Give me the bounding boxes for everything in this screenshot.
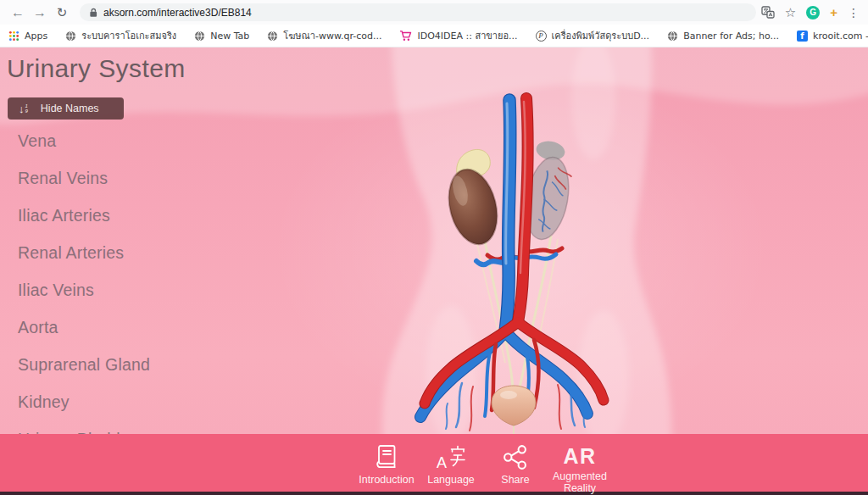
- back-icon[interactable]: ←: [7, 0, 29, 25]
- book-icon: [374, 442, 399, 470]
- bookmark-item[interactable]: ระบบคาราโอเกะสมจริง: [65, 28, 176, 43]
- bookmark-item[interactable]: Banner for Ads; ho...: [667, 31, 779, 42]
- anatomy-label-aorta[interactable]: Aorta: [18, 309, 150, 346]
- share-button[interactable]: Share: [483, 434, 548, 486]
- bookmark-item[interactable]: โฆษณา-www.qr-cod...: [267, 28, 381, 43]
- translate-icon[interactable]: [761, 6, 775, 19]
- anatomy-3d-viewport[interactable]: Urinary System ↓ 19 Hide Names Vena Rena…: [0, 47, 868, 434]
- toolbar-right: ☆ G + ⋮: [761, 5, 861, 20]
- cart-icon: [399, 30, 412, 42]
- bookmark-item[interactable]: New Tab: [194, 31, 249, 42]
- pinterest-icon: P: [536, 31, 547, 42]
- globe-icon: [194, 31, 205, 42]
- anatomy-label-renal-veins[interactable]: Renal Veins: [18, 159, 150, 197]
- bookmark-label: ระบบคาราโอเกะสมจริง: [81, 28, 176, 43]
- browser-chrome: ← → ↻ aksorn.com/interactive3D/EB814 ☆ G…: [0, 0, 868, 47]
- ar-text-icon: AR: [563, 440, 596, 469]
- globe-icon: [267, 31, 278, 42]
- svg-text:A: A: [437, 454, 447, 470]
- translate-icon: A: [436, 442, 467, 470]
- bookmark-item[interactable]: P เครื่องพิมพ์วัสดุระบบD...: [536, 28, 650, 43]
- sort-names-icon: ↓ 19: [19, 103, 28, 114]
- action-label: Share: [501, 474, 529, 486]
- lock-icon: [89, 8, 97, 18]
- introduction-button[interactable]: Introduction: [354, 434, 419, 486]
- url-text: aksorn.com/interactive3D/EB814: [103, 7, 252, 19]
- bookmark-label: โฆษณา-www.qr-cod...: [283, 28, 381, 43]
- action-bar: Introduction A Language Share: [0, 434, 868, 495]
- bookmark-label: IDO4IDEA :: สาขายอ...: [417, 28, 517, 43]
- address-bar[interactable]: aksorn.com/interactive3D/EB814: [80, 3, 756, 21]
- anatomy-label-vena[interactable]: Vena: [18, 122, 150, 159]
- globe-icon: [667, 31, 678, 42]
- share-icon: [501, 442, 530, 470]
- browser-toolbar: ← → ↻ aksorn.com/interactive3D/EB814 ☆ G…: [0, 0, 868, 25]
- facebook-icon: f: [797, 31, 808, 42]
- action-label: Introduction: [359, 474, 414, 486]
- bookmark-label: เครื่องพิมพ์วัสดุระบบD...: [552, 28, 650, 43]
- globe-icon: [65, 31, 76, 42]
- anatomy-name-list: Vena Renal Veins Iliac Arteries Renal Ar…: [18, 122, 150, 458]
- anatomy-label-iliac-veins[interactable]: Iliac Veins: [18, 271, 150, 309]
- browser-menu-icon[interactable]: ⋮: [848, 6, 860, 19]
- page-title: Urinary System: [7, 54, 186, 83]
- action-label: Augmented Reality: [547, 471, 613, 495]
- bookmark-label: Banner for Ads; ho...: [683, 31, 779, 42]
- anatomy-label-renal-arteries[interactable]: Renal Arteries: [18, 234, 150, 271]
- grammarly-extension-icon[interactable]: G: [806, 6, 820, 19]
- hide-names-button[interactable]: ↓ 19 Hide Names: [8, 97, 124, 120]
- bookmarks-bar: Apps ระบบคาราโอเกะสมจริง New Tab โฆษณา-w…: [0, 25, 868, 47]
- bookmark-label: krooit.com - สถานก...: [813, 28, 868, 43]
- bookmark-star-icon[interactable]: ☆: [785, 5, 796, 20]
- extension-plus-icon[interactable]: +: [830, 5, 837, 19]
- forward-icon[interactable]: →: [29, 0, 51, 25]
- anatomy-label-kidney[interactable]: Kidney: [18, 383, 150, 420]
- refresh-icon[interactable]: ↻: [51, 0, 73, 25]
- bookmark-item[interactable]: f krooit.com - สถานก...: [797, 28, 868, 43]
- apps-shortcut[interactable]: Apps: [8, 31, 47, 42]
- hide-names-label: Hide Names: [41, 103, 99, 114]
- bookmark-label: Apps: [25, 31, 47, 42]
- bookmark-item[interactable]: IDO4IDEA :: สาขายอ...: [399, 28, 517, 43]
- apps-grid-icon: [8, 31, 19, 42]
- language-button[interactable]: A Language: [419, 434, 483, 486]
- bookmark-label: New Tab: [210, 31, 249, 42]
- augmented-reality-button[interactable]: AR Augmented Reality: [548, 434, 612, 495]
- anatomy-label-iliac-arteries[interactable]: Iliac Arteries: [18, 197, 150, 234]
- action-label: Language: [427, 474, 475, 486]
- anatomy-label-suprarenal-gland[interactable]: Suprarenal Gland: [18, 346, 150, 383]
